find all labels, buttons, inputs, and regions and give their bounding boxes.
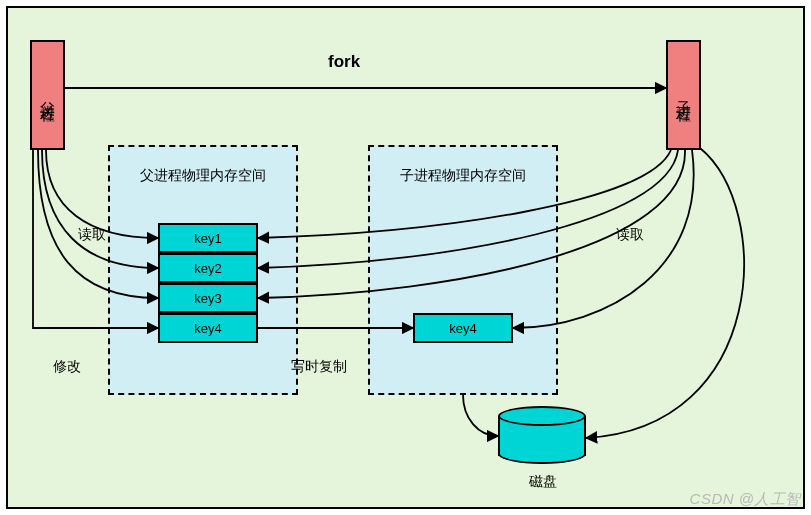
- diagram-frame: 父进程 子进程 fork 父进程物理内存空间 key1 key2 key3 ke…: [6, 6, 805, 509]
- parent-process-label: 父进程: [38, 89, 57, 101]
- child-process-box: 子进程: [666, 40, 701, 150]
- watermark: CSDN @人工智: [690, 490, 801, 509]
- arrow-childmem-to-disk: [463, 395, 498, 436]
- read-right-label: 读取: [616, 226, 644, 244]
- copy-on-write-label: 写时复制: [291, 358, 347, 376]
- parent-key1: key1: [158, 223, 258, 253]
- parent-process-box: 父进程: [30, 40, 65, 150]
- fork-label: fork: [328, 52, 360, 72]
- child-memory-box: 子进程物理内存空间: [368, 145, 558, 395]
- parent-key4: key4: [158, 313, 258, 343]
- read-left-label: 读取: [78, 226, 106, 244]
- arrow-child-to-disk: [586, 148, 744, 438]
- disk-label: 磁盘: [529, 473, 557, 491]
- parent-key3: key3: [158, 283, 258, 313]
- child-memory-title: 子进程物理内存空间: [370, 167, 556, 185]
- modify-label: 修改: [53, 358, 81, 376]
- child-process-label: 子进程: [674, 89, 693, 101]
- parent-key2: key2: [158, 253, 258, 283]
- child-key4: key4: [413, 313, 513, 343]
- disk-icon: [498, 406, 586, 464]
- parent-memory-title: 父进程物理内存空间: [110, 167, 296, 185]
